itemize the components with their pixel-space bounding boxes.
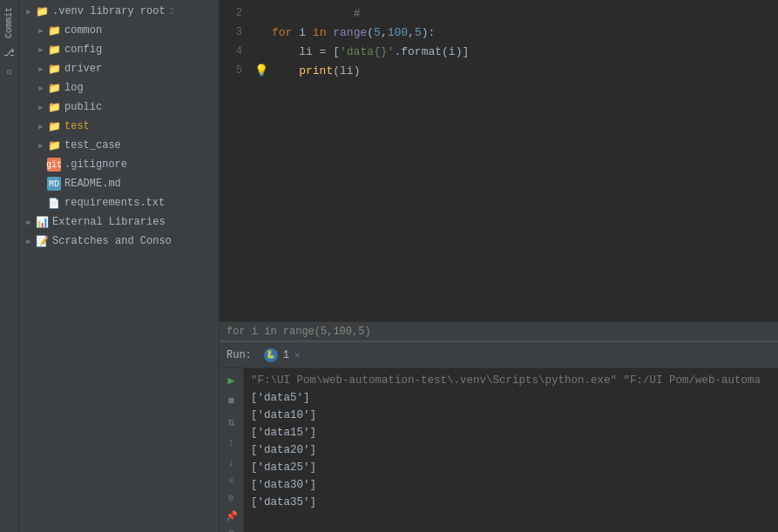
tree-arrow-config: ▶ <box>35 44 47 56</box>
code-editor-area: 2 # 3 for i in range(5,100,5): 4 li <box>220 0 778 340</box>
run-label: Run: <box>227 349 252 361</box>
run-panel-body: ▶ ■ ⇅ ↑ ↓ ≡ ⚙ 📌 🗑 "F:\UI Pom\web-automat… <box>220 368 778 532</box>
tree-label-ext-libraries: External Libraries <box>52 216 166 228</box>
run-toolbar: ▶ ■ ⇅ ↑ ↓ ≡ ⚙ 📌 🗑 <box>220 368 244 532</box>
folder-icon-venv: 📁 <box>35 4 49 18</box>
breadcrumb-text: for i in range(5,100,5) <box>227 326 371 338</box>
tree-arrow-log: ▶ <box>35 82 47 94</box>
tree-item-driver[interactable]: ▶ 📁 driver <box>19 59 219 78</box>
code-line-2: 2 # <box>220 3 778 23</box>
tree-item-test[interactable]: ▶ 📁 test <box>19 117 219 136</box>
output-line-2: ['data10'] <box>251 407 771 424</box>
tree-label-public: public <box>64 101 102 113</box>
icon-ext-libraries: 📊 <box>35 215 49 229</box>
tree-item-gitignore[interactable]: ▶ git .gitignore <box>19 155 219 174</box>
output-line-6: ['data30'] <box>251 476 771 494</box>
folder-icon-test: 📁 <box>47 119 61 133</box>
tree-label-common: common <box>64 24 102 37</box>
tree-label-log: log <box>64 82 84 94</box>
tree-arrow-test: ▶ <box>35 120 47 132</box>
file-icon-requirements: 📄 <box>47 196 61 210</box>
tree-label-scratches: Scratches and Conso <box>52 235 172 247</box>
line-content-5: print(li) <box>272 64 360 77</box>
line-num-3: 3 <box>220 26 251 38</box>
editor-status-bar: for i in range(5,100,5) <box>220 321 778 340</box>
icon-scratches: 📝 <box>35 234 49 248</box>
line-content-4: li = ['data{}'.format(i)] <box>272 45 469 58</box>
tree-label-readme: README.md <box>64 178 121 190</box>
commit-tab-label[interactable]: Commit <box>3 3 16 42</box>
tree-item-ext-libraries[interactable]: ▶ 📊 External Libraries <box>19 212 219 232</box>
pin-button[interactable]: 📌 <box>223 510 240 522</box>
tree-arrow-test-case: ▶ <box>35 139 47 152</box>
tree-label-config: config <box>64 44 102 56</box>
tree-item-requirements[interactable]: ▶ 📄 requirements.txt <box>19 193 219 212</box>
tree-item-venv[interactable]: ▶ 📁 .venv library root 2 <box>19 2 219 21</box>
tree-label-driver: driver <box>64 63 102 75</box>
line-num-2: 2 <box>220 7 251 19</box>
folder-icon-common: 📁 <box>47 24 61 37</box>
tree-item-readme[interactable]: ▶ MD README.md <box>19 174 219 193</box>
run-panel: Run: 🐍 1 ✕ ▶ ■ ⇅ ↑ ↓ ≡ ⚙ 📌 � <box>220 340 778 532</box>
tree-label-test: test <box>64 120 90 132</box>
folder-icon-config: 📁 <box>47 43 61 57</box>
tree-item-log[interactable]: ▶ 📁 log <box>19 78 219 98</box>
run-play-button[interactable]: ▶ <box>223 374 240 387</box>
settings-icon[interactable]: ⚙ <box>1 63 18 80</box>
tree-arrow-venv: ▶ <box>23 5 35 17</box>
tree-item-scratches[interactable]: ▶ 📝 Scratches and Conso <box>19 232 219 251</box>
code-line-4: 4 li = ['data{}'.format(i)] <box>220 42 778 61</box>
output-line-command: "F:\UI Pom\web-automation-test\.venv\Scr… <box>251 372 771 389</box>
tree-item-public[interactable]: ▶ 📁 public <box>19 98 219 117</box>
lightbulb-icon[interactable]: 💡 <box>254 64 268 77</box>
code-editor[interactable]: 2 # 3 for i in range(5,100,5): 4 li <box>220 0 778 321</box>
tree-label-requirements: requirements.txt <box>64 197 165 209</box>
tree-item-common[interactable]: ▶ 📁 common <box>19 21 219 40</box>
run-stop-button[interactable]: ■ <box>223 394 240 407</box>
run-panel-header: Run: 🐍 1 ✕ <box>220 342 778 368</box>
output-line-4: ['data20'] <box>251 441 771 459</box>
clear-button[interactable]: 🗑 <box>223 529 240 532</box>
scroll-down-button[interactable]: ↓ <box>223 456 240 469</box>
file-icon-readme: MD <box>47 177 61 191</box>
run-tab-number: 1 <box>283 349 289 361</box>
folder-icon-public: 📁 <box>47 100 61 114</box>
line-num-5: 5 <box>220 64 251 77</box>
line-content-3: for i in range(5,100,5): <box>272 26 435 39</box>
output-line-5: ['data25'] <box>251 459 771 476</box>
settings-run-button[interactable]: ⚙ <box>223 493 240 503</box>
scroll-up-button[interactable]: ↑ <box>223 436 240 449</box>
tree-arrow-driver: ▶ <box>35 63 47 75</box>
tree-item-test-case[interactable]: ▶ 📁 test_case <box>19 136 219 155</box>
line-gutter-5: 💡 <box>251 64 272 77</box>
tree-item-config[interactable]: ▶ 📁 config <box>19 40 219 59</box>
code-comment: # <box>354 7 361 20</box>
code-line-5: 5 💡 print(li) <box>220 61 778 80</box>
output-line-1: ['data5'] <box>251 389 771 407</box>
run-tab[interactable]: 🐍 1 ✕ <box>257 342 308 368</box>
left-activity-bar: Commit ⎇ ⚙ <box>0 0 19 532</box>
folder-icon-driver: 📁 <box>47 62 61 76</box>
folder-icon-test-case: 📁 <box>47 138 61 152</box>
python-icon: 🐍 <box>264 348 278 362</box>
run-rerun-button[interactable]: ⇅ <box>223 414 240 429</box>
folder-icon-log: 📁 <box>47 81 61 95</box>
wrap-button[interactable]: ≡ <box>223 476 240 486</box>
run-output: "F:\UI Pom\web-automation-test\.venv\Scr… <box>244 368 778 532</box>
venv-badge: 2 <box>169 6 175 17</box>
line-num-4: 4 <box>220 45 251 57</box>
tree-label-venv: .venv library root <box>52 5 166 17</box>
tree-arrow-scratches: ▶ <box>23 235 35 247</box>
git-icon[interactable]: ⎇ <box>1 44 18 61</box>
file-tree: ▶ 📁 .venv library root 2 ▶ 📁 common ▶ 📁 … <box>19 0 220 532</box>
output-line-7: ['data35'] <box>251 494 771 511</box>
tree-label-test-case: test_case <box>64 139 121 152</box>
code-line-3: 3 for i in range(5,100,5): <box>220 23 778 42</box>
file-icon-gitignore: git <box>47 158 61 172</box>
tree-arrow-public: ▶ <box>35 101 47 113</box>
tree-label-gitignore: .gitignore <box>64 158 127 171</box>
output-line-3: ['data15'] <box>251 424 771 441</box>
tree-arrow-ext: ▶ <box>23 216 35 228</box>
run-tab-close[interactable]: ✕ <box>294 349 301 360</box>
tree-arrow-common: ▶ <box>35 24 47 37</box>
